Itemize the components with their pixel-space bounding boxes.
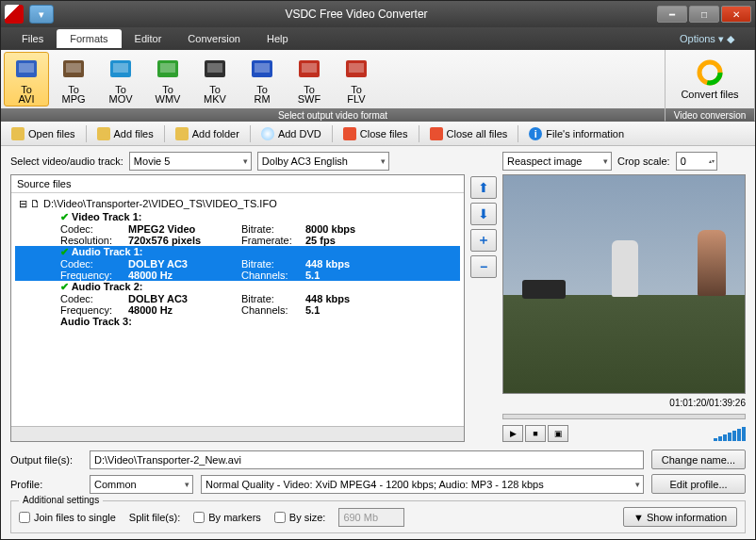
svg-rect-3 <box>66 63 81 73</box>
join-files-checkbox[interactable]: Join files to single <box>19 512 116 523</box>
format-to-mpg[interactable]: ToMPG <box>51 52 96 106</box>
split-size-field: 690 Mb <box>338 508 404 527</box>
qat-button[interactable]: ▾ <box>29 5 54 24</box>
track-1[interactable]: ✔ Audio Track 1:Codec:DOLBY AC3Bitrate:4… <box>15 246 460 281</box>
source-files-header: Source files <box>11 175 464 193</box>
play-button[interactable]: ▶ <box>502 425 523 442</box>
seek-slider[interactable] <box>502 414 746 419</box>
app-window: ▾ VSDC Free Video Converter ━ □ ✕ Files … <box>0 0 756 540</box>
svg-rect-5 <box>113 63 128 73</box>
menu-editor[interactable]: Editor <box>122 29 175 48</box>
minimize-button[interactable]: ━ <box>657 6 687 23</box>
close-button[interactable]: ✕ <box>721 6 751 23</box>
menubar: Files Formats Editor Conversion Help Opt… <box>1 27 755 50</box>
ribbon: ToAVIToMPGToMOVToWMVToMKVToRMToSWFToFLV … <box>1 50 755 122</box>
ribbon-group-formats: ToAVIToMPGToMOVToWMVToMKVToRMToSWFToFLV … <box>1 50 666 121</box>
svg-rect-11 <box>255 63 270 73</box>
volume-indicator[interactable] <box>714 427 746 441</box>
toolbar: Open files Add files Add folder Add DVD … <box>1 122 755 146</box>
source-files-panel: Source files ⊟ 🗋 D:\Video\Transporter-2\… <box>10 174 465 442</box>
track-3[interactable]: Audio Track 3: <box>15 316 460 327</box>
main-area: Select video/audio track: Movie 5 Dolby … <box>1 146 755 539</box>
change-name-button[interactable]: Change name... <box>651 450 746 469</box>
format-to-mov[interactable]: ToMOV <box>98 52 143 106</box>
titlebar: ▾ VSDC Free Video Converter ━ □ ✕ <box>1 1 755 27</box>
close-all-files-button[interactable]: Close all files <box>423 124 515 143</box>
format-icon <box>59 55 88 83</box>
format-icon <box>154 55 182 83</box>
svg-rect-1 <box>19 63 34 73</box>
open-files-button[interactable]: Open files <box>5 124 82 143</box>
add-dvd-button[interactable]: Add DVD <box>255 124 328 143</box>
source-files-body[interactable]: ⊟ 🗋 D:\Video\Transporter-2\VIDEO_TS\VIDE… <box>11 193 464 426</box>
close-files-button[interactable]: Close files <box>337 124 415 143</box>
folder-add-icon <box>97 127 110 140</box>
stop-button[interactable]: ■ <box>525 425 546 442</box>
folder-open-icon <box>11 127 25 140</box>
svg-rect-7 <box>160 63 175 73</box>
move-up-button[interactable]: ⬆ <box>470 176 497 199</box>
reaspect-combo[interactable]: Reaspect image <box>502 152 612 171</box>
track-0[interactable]: ✔ Video Track 1:Codec:MPEG2 VideoBitrate… <box>15 211 460 246</box>
info-icon: i <box>529 127 542 140</box>
format-icon <box>201 55 229 83</box>
convert-icon <box>696 58 724 87</box>
profile-quality-combo[interactable]: Normal Quality - Video: XviD MPEG4 - 120… <box>201 475 644 494</box>
format-icon <box>295 55 323 83</box>
output-file-field[interactable]: D:\Video\Transporter-2_New.avi <box>90 450 644 469</box>
format-to-swf[interactable]: ToSWF <box>287 52 332 106</box>
folder-icon <box>175 127 189 140</box>
format-to-flv[interactable]: ToFLV <box>334 52 379 106</box>
svg-rect-13 <box>302 63 317 73</box>
format-to-wmv[interactable]: ToWMV <box>145 52 190 106</box>
menu-conversion[interactable]: Conversion <box>174 29 254 48</box>
menu-formats[interactable]: Formats <box>57 29 121 48</box>
timecode: 01:01:20/01:39:26 <box>502 398 746 408</box>
additional-settings-legend: Additional settings <box>19 495 103 505</box>
video-preview[interactable] <box>502 174 746 394</box>
app-icon <box>5 5 24 24</box>
crop-scale-label: Crop scale: <box>617 155 670 167</box>
format-to-rm[interactable]: ToRM <box>239 52 285 106</box>
profile-preset-combo[interactable]: Common <box>90 475 193 494</box>
svg-rect-15 <box>349 63 364 73</box>
convert-files-button[interactable]: Convert files <box>668 52 751 106</box>
track-2[interactable]: ✔ Audio Track 2:Codec:DOLBY AC3Bitrate:4… <box>15 281 460 316</box>
select-track-label: Select video/audio track: <box>10 155 123 167</box>
menu-help[interactable]: Help <box>254 29 302 48</box>
source-file-path[interactable]: ⊟ 🗋 D:\Video\Transporter-2\VIDEO_TS\VIDE… <box>15 197 460 211</box>
ribbon-group-conversion: Convert files Video conversion <box>666 50 755 121</box>
add-files-button[interactable]: Add files <box>90 124 160 143</box>
format-icon <box>107 55 135 83</box>
additional-settings: Additional settings Join files to single… <box>10 500 746 533</box>
remove-track-button[interactable]: − <box>470 255 497 278</box>
format-to-mkv[interactable]: ToMKV <box>192 52 238 106</box>
fullscreen-button[interactable]: ▣ <box>548 425 568 442</box>
close-file-icon <box>343 127 356 140</box>
profile-label: Profile: <box>10 479 82 490</box>
menu-files[interactable]: Files <box>8 29 57 48</box>
crop-scale-spinner[interactable]: 0 <box>676 152 717 171</box>
format-to-avi[interactable]: ToAVI <box>4 52 49 106</box>
file-info-button[interactable]: iFile's information <box>522 124 631 143</box>
by-size-checkbox[interactable]: By size: <box>274 512 326 523</box>
close-all-icon <box>430 127 443 140</box>
window-title: VSDC Free Video Converter <box>56 8 657 21</box>
edit-profile-button[interactable]: Edit profile... <box>651 474 746 494</box>
audio-track-combo[interactable]: Dolby AC3 English <box>257 152 389 171</box>
format-icon <box>342 55 370 83</box>
format-icon <box>12 55 41 83</box>
maximize-button[interactable]: □ <box>689 6 719 23</box>
dvd-icon <box>261 127 274 140</box>
horizontal-scrollbar[interactable] <box>11 426 464 441</box>
by-markers-checkbox[interactable]: By markers <box>193 512 261 523</box>
menu-options[interactable]: Options ▾ ◆ <box>666 29 748 49</box>
add-folder-button[interactable]: Add folder <box>169 124 246 143</box>
svg-rect-9 <box>207 63 222 73</box>
split-files-label: Split file(s): <box>129 512 180 523</box>
video-track-combo[interactable]: Movie 5 <box>129 152 252 171</box>
show-information-button[interactable]: ▼ Show information <box>623 507 737 527</box>
add-track-button[interactable]: ＋ <box>470 229 497 252</box>
output-label: Output file(s): <box>10 454 82 466</box>
move-down-button[interactable]: ⬇ <box>470 203 497 225</box>
